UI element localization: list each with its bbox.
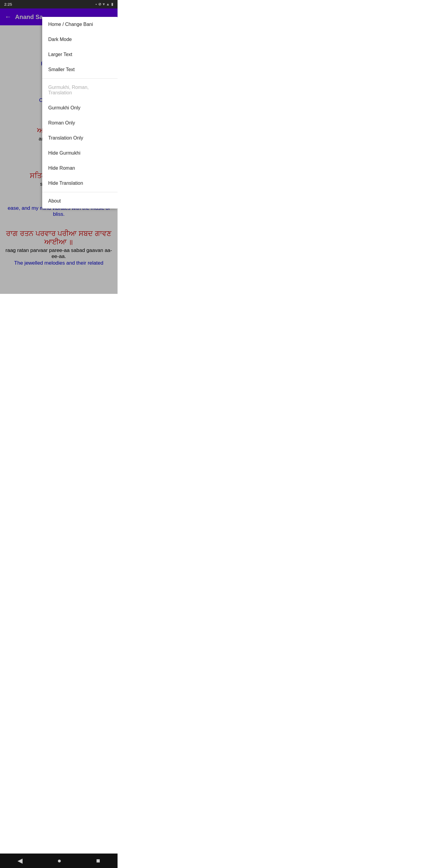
menu-item-roman-only[interactable]: Roman Only — [42, 116, 118, 130]
menu-item-hide-roman[interactable]: Hide Roman — [42, 161, 118, 176]
menu-item-gurmukhi-roman-translation: Gurmukhi, Roman, Translation — [42, 80, 118, 100]
menu-item-home-change-bani[interactable]: Home / Change Bani — [42, 17, 118, 32]
menu-item-smaller-text[interactable]: Smaller Text — [42, 62, 118, 77]
dropdown-menu: Home / Change BaniDark ModeLarger TextSm… — [42, 17, 118, 209]
menu-item-gurmukhi-only[interactable]: Gurmukhi Only — [42, 100, 118, 116]
menu-item-hide-translation[interactable]: Hide Translation — [42, 176, 118, 191]
menu-item-hide-gurmukhi[interactable]: Hide Gurmukhi — [42, 146, 118, 161]
menu-divider — [42, 192, 118, 192]
menu-item-larger-text[interactable]: Larger Text — [42, 47, 118, 62]
menu-item-translation-only[interactable]: Translation Only — [42, 130, 118, 146]
menu-item-dark-mode[interactable]: Dark Mode — [42, 32, 118, 47]
menu-item-about[interactable]: About — [42, 193, 118, 209]
